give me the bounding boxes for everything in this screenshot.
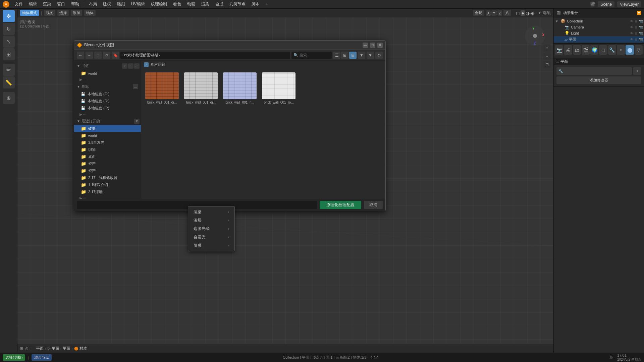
file-item-1[interactable]: brick_wall_001_di...: [183, 71, 219, 106]
menu-layout[interactable]: 布局: [86, 1, 100, 8]
modifier-list[interactable]: 🔧: [556, 67, 632, 75]
fb-maximize-btn[interactable]: □: [370, 43, 375, 48]
tool-cursor[interactable]: ⊕: [3, 92, 15, 104]
viewport-options-btn[interactable]: ▼ 选项: [538, 10, 551, 16]
vol-menu-btn[interactable]: …: [133, 84, 138, 89]
tool-measure[interactable]: 📏: [3, 76, 15, 88]
bookmark-add-btn[interactable]: +: [122, 63, 127, 69]
recent-glow[interactable]: 📁 3.5自发光: [74, 139, 141, 146]
viewport-shading-render[interactable]: ◉: [530, 10, 534, 16]
cancel-btn[interactable]: 取消: [364, 201, 383, 209]
breadcrumb-plane2[interactable]: 平面: [52, 346, 59, 351]
view-grid-btn[interactable]: ⊟: [349, 52, 357, 59]
fb-refresh-btn[interactable]: ↻: [103, 52, 110, 59]
zoom-out-btn[interactable]: -: [543, 53, 551, 60]
viewport-z-icon[interactable]: Z: [497, 10, 502, 16]
render2-icon[interactable]: 📷: [639, 25, 643, 29]
bookmark-more[interactable]: ▶ ···: [74, 77, 141, 82]
drive-more[interactable]: ▶ ···: [74, 112, 141, 117]
menu-edit[interactable]: 编辑: [26, 1, 40, 8]
prop-render[interactable]: 📷: [555, 45, 563, 55]
recent-relief[interactable]: 📁 2.17浮雕: [74, 188, 141, 195]
tool-transform[interactable]: ⊞: [3, 48, 15, 60]
tree-camera[interactable]: 📷 Camera 👁 ⊕ 📷: [554, 24, 644, 30]
breadcrumb-plane3[interactable]: 平面: [63, 346, 70, 351]
menu-render2[interactable]: 渲染: [199, 1, 212, 8]
tree-plane[interactable]: ▱ 平面 👁 ⊕ 📷: [554, 36, 644, 43]
eye4-icon[interactable]: 👁: [630, 38, 633, 41]
ctx-render[interactable]: 渲染 ›: [188, 208, 234, 216]
menu-texture-paint[interactable]: 纹理绘制: [148, 1, 170, 8]
ctx-edge-glow[interactable]: 边缘光泽 ›: [188, 225, 234, 233]
recent-expand-more[interactable]: ▼: [134, 119, 140, 124]
prop-modifier[interactable]: 🔧: [608, 45, 616, 55]
ctx-layer[interactable]: 泼层 ›: [188, 216, 234, 225]
cursor3-icon[interactable]: ⊕: [635, 32, 637, 35]
bookmark-remove-btn[interactable]: −: [128, 63, 133, 69]
recent-wireframe[interactable]: 📁 2.17、线框修改器: [74, 174, 141, 181]
mixed-nodes-btn[interactable]: 混合节点: [32, 354, 52, 361]
tool-annotate[interactable]: ✏: [3, 64, 15, 76]
eye-icon[interactable]: 👁: [630, 19, 633, 23]
recent-course[interactable]: 📁 1.1课程介绍: [74, 181, 141, 188]
recent-world[interactable]: 📁 world: [74, 132, 141, 139]
fb-filter-btn[interactable]: ▼: [367, 52, 374, 59]
render-icon[interactable]: 📷: [639, 19, 643, 23]
global-local-btn[interactable]: 全局: [473, 10, 484, 16]
tree-light[interactable]: 💡 Light 👁 ⊕ 📷: [554, 30, 644, 36]
outliner-filter-icon[interactable]: 🔽: [637, 11, 641, 15]
menu-uv[interactable]: UV编辑: [128, 1, 148, 8]
add-menu-btn[interactable]: 添加: [71, 10, 82, 16]
prop-world[interactable]: 🌍: [590, 45, 598, 55]
drive-c[interactable]: 💾 本地磁盘 (C:): [74, 90, 141, 98]
ctx-self-glow[interactable]: 自发光 ›: [188, 233, 234, 241]
eye2-icon[interactable]: 👁: [630, 25, 633, 29]
recent-fabric[interactable]: 📁 织物: [74, 146, 141, 153]
fb-search-input[interactable]: 🔍 搜索: [291, 52, 332, 59]
prop-output[interactable]: 🖨: [564, 45, 572, 55]
viewport-shading-wire[interactable]: ◻: [516, 10, 520, 16]
scene-name[interactable]: Scene: [598, 1, 614, 7]
menu-model[interactable]: 建模: [100, 1, 114, 8]
menu-file[interactable]: 文件: [12, 1, 25, 8]
modifier-add-icon[interactable]: +: [633, 67, 641, 75]
num8-btn[interactable]: 八: [503, 10, 511, 16]
cursor-icon[interactable]: ⊕: [635, 19, 637, 23]
viewport-x-icon[interactable]: X: [486, 10, 491, 16]
view-layer-name[interactable]: ViewLayer: [617, 1, 641, 7]
viewport-y-icon[interactable]: Y: [491, 10, 496, 16]
object-menu-btn[interactable]: 物体: [84, 10, 96, 16]
fb-path-input[interactable]: D:\素材\纹理贴图\砖墙\: [120, 52, 290, 59]
fb-forward-btn[interactable]: →: [86, 52, 93, 59]
bookmark-world[interactable]: 📁 world: [74, 70, 141, 77]
bookmark-menu-btn[interactable]: …: [134, 63, 140, 69]
fb-up-btn[interactable]: ↑: [94, 52, 102, 59]
fb-minimize-btn[interactable]: —: [363, 43, 368, 48]
select-menu-btn[interactable]: 选择: [57, 10, 69, 16]
select-mode-btn[interactable]: 选择(切换): [3, 354, 25, 361]
object-mode-btn[interactable]: 物体模式: [20, 10, 39, 16]
menu-add-icon[interactable]: ＋: [264, 1, 269, 7]
file-item-3[interactable]: brick_wall_001_ro...: [261, 71, 297, 106]
view-details-btn[interactable]: ⊞: [341, 52, 348, 59]
recent-brick[interactable]: 📁 砖墙: [74, 125, 141, 132]
drive-e[interactable]: 💾 本地磁盘 (E:): [74, 105, 141, 112]
viewport-shading-material[interactable]: ◑: [526, 10, 530, 16]
fb-sort-btn[interactable]: ▼: [358, 52, 365, 59]
fb-close-btn[interactable]: ✕: [377, 43, 383, 48]
file-item-2[interactable]: brick_wall_001_n...: [222, 71, 258, 106]
menu-render[interactable]: 渲染: [40, 1, 54, 8]
tool-rotate[interactable]: ↻: [3, 23, 15, 35]
menu-geonodes[interactable]: 几何节点: [227, 1, 248, 8]
confirm-btn[interactable]: 原理化纹理配置: [320, 201, 361, 209]
recent-asset2[interactable]: 📁 资产: [74, 167, 141, 174]
menu-help[interactable]: 帮助: [68, 1, 82, 8]
eye3-icon[interactable]: 👁: [630, 32, 633, 35]
prop-data[interactable]: ▽: [635, 45, 643, 55]
prop-view-layer[interactable]: 🗂: [573, 45, 581, 55]
recent-desk[interactable]: 📁 桌面: [74, 153, 141, 160]
menu-scripting[interactable]: 脚本: [249, 1, 262, 8]
breadcrumb-material-label[interactable]: 材质: [79, 346, 87, 351]
render4-icon[interactable]: 📷: [639, 38, 643, 41]
cursor4-icon[interactable]: ⊕: [635, 38, 637, 41]
